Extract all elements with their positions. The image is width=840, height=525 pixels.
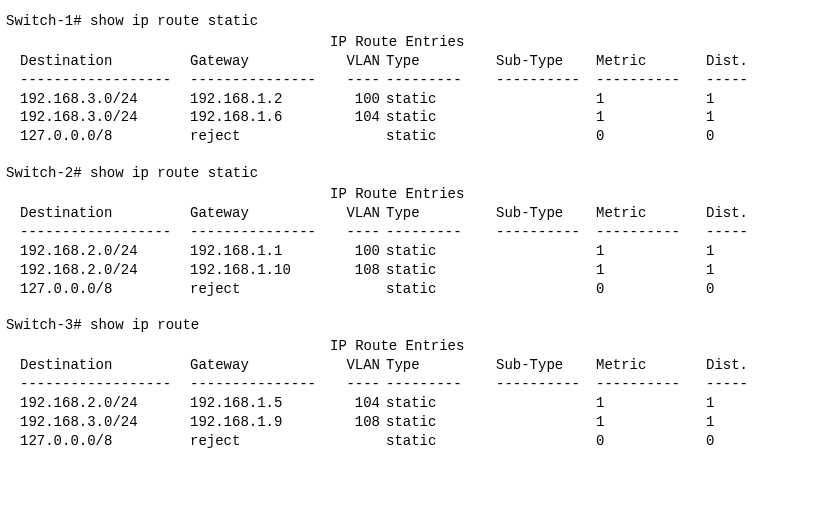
header-vlan: VLAN [330,356,386,375]
cell-type: static [386,394,496,413]
cell-type: static [386,90,496,109]
header-gw: Gateway [190,356,330,375]
table-row: 192.168.3.0/24192.168.1.2100static11 [20,90,766,109]
cell-gw: reject [190,432,330,451]
route-block: Switch-1# show ip route static IP Route … [6,12,828,146]
cell-dist: 1 [706,242,766,261]
cell-type: static [386,127,496,146]
dash-cell: --------------- [190,71,330,90]
dash-cell: ---------- [496,71,596,90]
cell-gw: 192.168.1.1 [190,242,330,261]
cell-vlan: 108 [330,261,386,280]
route-table: DestinationGatewayVLANTypeSub-TypeMetric… [20,356,766,450]
table-row: 192.168.2.0/24192.168.1.5104static11 [20,394,766,413]
command: show ip route static [90,165,258,181]
prompt: Switch-3# [6,317,82,333]
cell-dest: 127.0.0.0/8 [20,280,190,299]
route-table: DestinationGatewayVLANTypeSub-TypeMetric… [20,204,766,298]
cell-metric: 0 [596,432,706,451]
cell-dist: 1 [706,261,766,280]
cell-dist: 1 [706,108,766,127]
cell-dest: 127.0.0.0/8 [20,127,190,146]
cell-vlan [330,280,386,299]
cell-sub [496,413,596,432]
cell-type: static [386,432,496,451]
cell-type: static [386,280,496,299]
header-vlan: VLAN [330,52,386,71]
dash-cell: ---------- [496,375,596,394]
cell-dist: 0 [706,280,766,299]
cell-dest: 192.168.3.0/24 [20,413,190,432]
header-type: Type [386,204,496,223]
cell-sub [496,108,596,127]
cell-gw: 192.168.1.10 [190,261,330,280]
header-sub: Sub-Type [496,204,596,223]
header-vlan: VLAN [330,204,386,223]
cell-sub [496,394,596,413]
dash-cell: ---------- [596,223,706,242]
prompt-line: Switch-3# show ip route [6,316,828,335]
command: show ip route static [90,13,258,29]
table-row: 192.168.3.0/24192.168.1.9108static11 [20,413,766,432]
dash-cell: ----- [706,71,766,90]
cell-vlan: 100 [330,90,386,109]
cell-sub [496,127,596,146]
dash-cell: --------------- [190,375,330,394]
cell-metric: 1 [596,394,706,413]
dash-cell: --------- [386,375,496,394]
cell-vlan: 104 [330,108,386,127]
route-table: DestinationGatewayVLANTypeSub-TypeMetric… [20,52,766,146]
route-block: Switch-2# show ip route static IP Route … [6,164,828,298]
header-dist: Dist. [706,52,766,71]
table-row: 127.0.0.0/8rejectstatic00 [20,432,766,451]
cell-dest: 192.168.3.0/24 [20,108,190,127]
title-line: IP Route Entries [20,185,828,204]
dash-cell: ---- [330,71,386,90]
table-row: 192.168.2.0/24192.168.1.10108static11 [20,261,766,280]
cell-gw: 192.168.1.2 [190,90,330,109]
cell-vlan: 100 [330,242,386,261]
cell-dest: 192.168.3.0/24 [20,90,190,109]
dash-cell: ------------------ [20,375,190,394]
cell-sub [496,242,596,261]
header-dest: Destination [20,204,190,223]
route-block: Switch-3# show ip route IP Route Entries… [6,316,828,450]
dash-cell: ------------------ [20,223,190,242]
cell-vlan: 108 [330,413,386,432]
cell-dist: 1 [706,90,766,109]
header-type: Type [386,356,496,375]
table-row: 127.0.0.0/8rejectstatic00 [20,127,766,146]
dash-cell: ---- [330,375,386,394]
cell-gw: 192.168.1.9 [190,413,330,432]
prompt-line: Switch-2# show ip route static [6,164,828,183]
cell-sub [496,261,596,280]
prompt: Switch-1# [6,13,82,29]
cell-vlan [330,432,386,451]
dash-cell: ---------- [596,375,706,394]
cell-sub [496,280,596,299]
title-line: IP Route Entries [20,33,828,52]
cell-metric: 1 [596,242,706,261]
dash-cell: --------- [386,223,496,242]
dash-cell: ------------------ [20,71,190,90]
prompt: Switch-2# [6,165,82,181]
header-dest: Destination [20,52,190,71]
header-sub: Sub-Type [496,52,596,71]
cell-metric: 1 [596,90,706,109]
table-row: 192.168.2.0/24192.168.1.1100static11 [20,242,766,261]
header-gw: Gateway [190,204,330,223]
header-dist: Dist. [706,204,766,223]
cell-sub [496,90,596,109]
cell-vlan: 104 [330,394,386,413]
cell-metric: 0 [596,280,706,299]
dash-row: ----------------------------------------… [20,375,766,394]
dash-cell: ----- [706,223,766,242]
cell-dest: 192.168.2.0/24 [20,242,190,261]
dash-cell: ----- [706,375,766,394]
table-header-row: DestinationGatewayVLANTypeSub-TypeMetric… [20,52,766,71]
cell-metric: 1 [596,108,706,127]
cell-gw: 192.168.1.5 [190,394,330,413]
table-title: IP Route Entries [330,185,464,204]
cell-dest: 192.168.2.0/24 [20,394,190,413]
header-dest: Destination [20,356,190,375]
